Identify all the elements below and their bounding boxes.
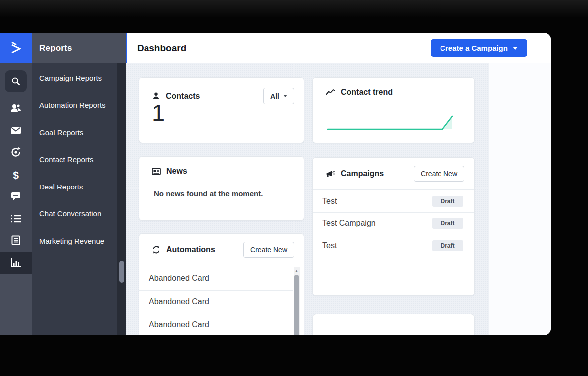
scrollbar-up-arrow-icon[interactable]: ▲ xyxy=(294,269,300,273)
status-badge: Draft xyxy=(432,218,463,229)
campaign-name: Test xyxy=(322,241,337,250)
newspaper-icon xyxy=(152,168,161,175)
sidebar-item-campaigns[interactable] xyxy=(0,119,32,141)
sidebar-item-automation-reports[interactable]: Automation Reports xyxy=(32,92,126,119)
sidebar-title: Reports xyxy=(39,43,72,53)
campaigns-card-title: Campaigns xyxy=(341,169,384,178)
sidebar-item-contacts[interactable] xyxy=(0,97,32,119)
news-card: News No news found at the moment. xyxy=(139,156,304,221)
create-campaign-button[interactable]: Create a Campaign xyxy=(431,39,527,57)
sidebar-item-contact-reports[interactable]: Contact Reports xyxy=(32,146,126,174)
sidebar-scrollbar-thumb[interactable] xyxy=(119,261,124,283)
megaphone-icon xyxy=(326,170,335,178)
sidebar-item-reports-active[interactable] xyxy=(0,252,32,274)
automation-name: Abandoned Card xyxy=(149,297,209,306)
sidebar-item-conversations[interactable] xyxy=(0,186,32,207)
campaign-row[interactable]: Test Campaign Draft xyxy=(313,213,474,234)
campaign-row[interactable]: Test Draft xyxy=(313,190,474,213)
search-tile xyxy=(5,70,27,92)
sync-icon xyxy=(152,245,161,254)
deals-dollar-icon: $ xyxy=(13,169,19,181)
contact-trend-title: Contact trend xyxy=(341,88,393,97)
campaigns-card: Campaigns Create New Test Draft Test Cam… xyxy=(312,157,475,296)
sidebar-item-chat-conversation[interactable]: Chat Conversation xyxy=(32,200,126,228)
contact-trend-sparkline xyxy=(327,114,457,133)
contacts-filter-value: All xyxy=(270,92,279,100)
automations-create-new-button[interactable]: Create New xyxy=(243,242,294,258)
chevron-down-icon xyxy=(283,95,287,97)
automations-create-new-label: Create New xyxy=(250,246,287,254)
automations-scrollbar-track[interactable]: ▲ xyxy=(294,267,300,335)
forms-doc-icon xyxy=(11,235,21,245)
contacts-count: 1 xyxy=(152,99,165,126)
sidebar-title-band: Reports xyxy=(32,33,126,63)
lists-icon xyxy=(10,214,21,223)
search-icon xyxy=(11,76,21,86)
chevron-down-icon xyxy=(513,47,518,50)
sidebar-item-automations[interactable] xyxy=(0,141,32,163)
reports-bar-chart-icon xyxy=(10,258,21,268)
contacts-card-title: Contacts xyxy=(166,92,200,101)
automations-card: Automations Create New Abandoned Card Ab… xyxy=(139,233,304,335)
logo-chevron-icon xyxy=(6,38,26,58)
contact-trend-card: Contact trend xyxy=(312,77,475,143)
automation-name: Abandoned Card xyxy=(149,274,209,283)
app-window: Dashboard Create a Campaign Reports xyxy=(0,33,551,335)
sidebar-scrollbar-track[interactable] xyxy=(117,63,126,335)
icon-rail-lower xyxy=(0,274,32,335)
contacts-filter-dropdown[interactable]: All xyxy=(263,88,294,104)
create-campaign-label: Create a Campaign xyxy=(440,44,508,52)
status-badge: Draft xyxy=(432,240,463,251)
sidebar-item-deals[interactable]: $ xyxy=(0,164,32,186)
sidebar-item-goal-reports[interactable]: Goal Reports xyxy=(32,119,126,146)
sidebar-item-search[interactable] xyxy=(0,70,32,92)
news-empty-message: No news found at the moment. xyxy=(154,189,263,198)
automations-card-title: Automations xyxy=(166,245,215,254)
automation-row[interactable]: Abandoned Card xyxy=(139,266,293,291)
automation-row[interactable]: Abandoned Card xyxy=(139,291,293,313)
campaign-row[interactable]: Test Draft xyxy=(313,234,474,257)
bottom-card xyxy=(312,314,475,335)
automations-scrollbar-thumb[interactable] xyxy=(294,275,299,335)
sidebar-item-marketing-revenue[interactable]: Marketing Revenue xyxy=(32,227,126,255)
campaign-name: Test Campaign xyxy=(322,219,376,228)
campaign-name: Test xyxy=(322,197,337,206)
email-icon xyxy=(10,126,22,135)
sidebar-item-deal-reports[interactable]: Deal Reports xyxy=(32,173,126,200)
automation-name: Abandoned Card xyxy=(149,320,209,329)
automation-gear-icon xyxy=(10,146,22,158)
page-background-shadow: Dashboard Create a Campaign Reports xyxy=(0,0,588,376)
reports-submenu: Campaign Reports Automation Reports Goal… xyxy=(32,63,126,335)
sidebar-item-forms[interactable] xyxy=(0,229,32,251)
app-logo[interactable] xyxy=(0,33,32,63)
conversations-chat-icon xyxy=(10,191,21,201)
page-title: Dashboard xyxy=(137,33,186,63)
contacts-people-icon xyxy=(10,103,22,114)
automation-row[interactable]: Abandoned Card xyxy=(139,313,293,335)
sidebar-item-campaign-reports[interactable]: Campaign Reports xyxy=(32,64,126,92)
dashboard-content: Contacts All 1 Contact trend xyxy=(126,63,551,335)
campaigns-create-new-label: Create New xyxy=(421,170,457,178)
status-badge: Draft xyxy=(432,196,463,207)
sidebar-item-lists[interactable] xyxy=(0,208,32,230)
contacts-card: Contacts All 1 xyxy=(139,77,304,143)
campaigns-create-new-button[interactable]: Create New xyxy=(414,166,464,182)
trend-line-icon xyxy=(326,89,335,96)
news-card-title: News xyxy=(166,167,187,176)
